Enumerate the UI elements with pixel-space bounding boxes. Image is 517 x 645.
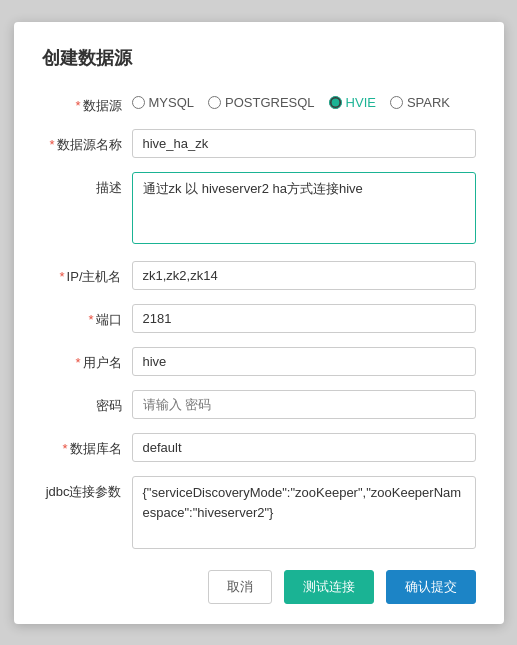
confirm-submit-button[interactable]: 确认提交 xyxy=(386,570,476,604)
ip-label: *IP/主机名 xyxy=(42,261,132,286)
datasource-type-control: MYSQL POSTGRESQL HVIE SPARK xyxy=(132,90,476,110)
description-textarea[interactable]: 通过zk 以 hiveserver2 ha方式连接hive xyxy=(132,172,476,245)
description-row: 描述 通过zk 以 hiveserver2 ha方式连接hive xyxy=(42,172,476,248)
username-row: *用户名 xyxy=(42,347,476,376)
jdbc-textarea[interactable]: {"serviceDiscoveryMode":"zooKeeper","zoo… xyxy=(132,476,476,549)
username-control xyxy=(132,347,476,376)
datasource-name-label: *数据源名称 xyxy=(42,129,132,154)
port-control xyxy=(132,304,476,333)
password-input[interactable] xyxy=(132,390,476,419)
database-control xyxy=(132,433,476,462)
ip-input[interactable] xyxy=(132,261,476,290)
jdbc-label: jdbc连接参数 xyxy=(42,476,132,501)
password-row: 密码 xyxy=(42,390,476,419)
create-datasource-dialog: 创建数据源 *数据源 MYSQL POSTGRESQL HVIE SPARK xyxy=(14,22,504,624)
port-label: *端口 xyxy=(42,304,132,329)
dialog-title: 创建数据源 xyxy=(42,46,476,70)
datasource-name-input[interactable] xyxy=(132,129,476,158)
database-label: *数据库名 xyxy=(42,433,132,458)
radio-mysql[interactable]: MYSQL xyxy=(132,95,195,110)
radio-hvie[interactable]: HVIE xyxy=(329,95,376,110)
password-label: 密码 xyxy=(42,390,132,415)
jdbc-control: {"serviceDiscoveryMode":"zooKeeper","zoo… xyxy=(132,476,476,552)
database-row: *数据库名 xyxy=(42,433,476,462)
radio-postgresql[interactable]: POSTGRESQL xyxy=(208,95,315,110)
username-input[interactable] xyxy=(132,347,476,376)
datasource-type-label: *数据源 xyxy=(42,90,132,115)
username-label: *用户名 xyxy=(42,347,132,372)
footer-buttons: 取消 测试连接 确认提交 xyxy=(42,570,476,604)
database-input[interactable] xyxy=(132,433,476,462)
datasource-name-row: *数据源名称 xyxy=(42,129,476,158)
jdbc-row: jdbc连接参数 {"serviceDiscoveryMode":"zooKee… xyxy=(42,476,476,552)
port-input[interactable] xyxy=(132,304,476,333)
ip-row: *IP/主机名 xyxy=(42,261,476,290)
cancel-button[interactable]: 取消 xyxy=(208,570,272,604)
port-row: *端口 xyxy=(42,304,476,333)
description-control: 通过zk 以 hiveserver2 ha方式连接hive xyxy=(132,172,476,248)
datasource-name-control xyxy=(132,129,476,158)
datasource-type-row: *数据源 MYSQL POSTGRESQL HVIE SPARK xyxy=(42,90,476,115)
ip-control xyxy=(132,261,476,290)
radio-group: MYSQL POSTGRESQL HVIE SPARK xyxy=(132,90,476,110)
password-control xyxy=(132,390,476,419)
test-connection-button[interactable]: 测试连接 xyxy=(284,570,374,604)
description-label: 描述 xyxy=(42,172,132,197)
radio-spark[interactable]: SPARK xyxy=(390,95,450,110)
